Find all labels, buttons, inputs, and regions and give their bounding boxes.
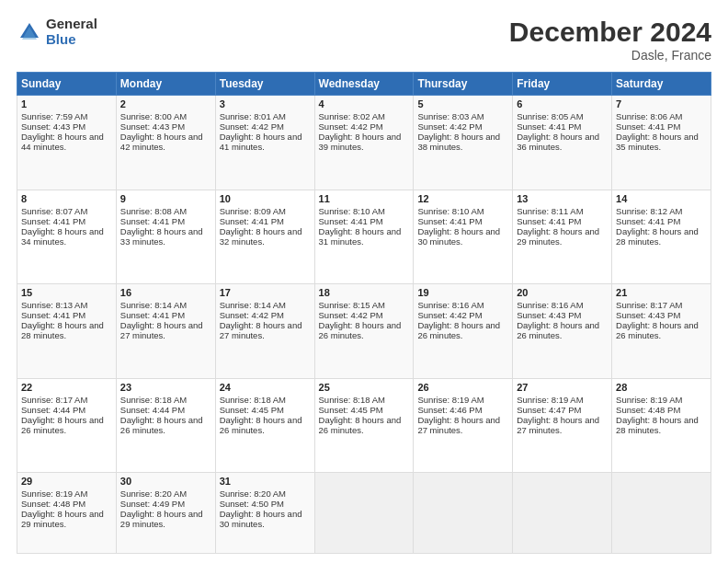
day-number: 7	[616, 98, 707, 109]
daylight-text: Daylight: 8 hours and 36 minutes.	[517, 132, 599, 152]
table-row: 24Sunrise: 8:18 AMSunset: 4:45 PMDayligh…	[215, 378, 314, 473]
table-row: 15Sunrise: 8:13 AMSunset: 4:41 PMDayligh…	[17, 284, 117, 379]
subtitle: Dasle, France	[509, 48, 711, 63]
sunrise-text: Sunrise: 8:19 AM	[417, 395, 483, 405]
table-row: 28Sunrise: 8:19 AMSunset: 4:48 PMDayligh…	[612, 378, 711, 473]
table-row: 8Sunrise: 8:07 AMSunset: 4:41 PMDaylight…	[17, 190, 117, 284]
sunset-text: Sunset: 4:41 PM	[120, 216, 185, 226]
table-row: 26Sunrise: 8:19 AMSunset: 4:46 PMDayligh…	[414, 378, 513, 473]
day-number: 9	[120, 193, 211, 204]
page: General Blue December 2024 Dasle, France…	[0, 0, 728, 563]
table-row	[414, 473, 513, 554]
col-sunday: Sunday	[17, 73, 117, 96]
sunrise-text: Sunrise: 8:08 AM	[120, 206, 187, 216]
day-number: 6	[517, 98, 608, 109]
sunset-text: Sunset: 4:42 PM	[220, 121, 284, 132]
day-number: 16	[120, 287, 211, 298]
daylight-text: Daylight: 8 hours and 27 minutes.	[220, 320, 302, 340]
daylight-text: Daylight: 8 hours and 28 minutes.	[616, 415, 699, 435]
table-row: 1Sunrise: 7:59 AMSunset: 4:43 PMDaylight…	[17, 96, 117, 190]
daylight-text: Daylight: 8 hours and 29 minutes.	[517, 226, 599, 247]
daylight-text: Daylight: 8 hours and 39 minutes.	[319, 132, 402, 152]
day-number: 25	[319, 382, 410, 393]
sunrise-text: Sunrise: 8:19 AM	[616, 395, 682, 405]
sunrise-text: Sunrise: 8:10 AM	[319, 206, 385, 216]
daylight-text: Daylight: 8 hours and 35 minutes.	[616, 132, 699, 152]
table-row: 22Sunrise: 8:17 AMSunset: 4:44 PMDayligh…	[17, 378, 117, 473]
title-area: December 2024 Dasle, France	[509, 17, 711, 63]
sunset-text: Sunset: 4:48 PM	[21, 499, 85, 509]
logo-general: General	[46, 17, 97, 32]
daylight-text: Daylight: 8 hours and 27 minutes.	[517, 415, 599, 435]
sunset-text: Sunset: 4:48 PM	[616, 405, 680, 415]
sunrise-text: Sunrise: 8:20 AM	[120, 488, 187, 499]
table-row	[314, 473, 414, 554]
sunset-text: Sunset: 4:42 PM	[319, 121, 383, 132]
sunrise-text: Sunrise: 8:06 AM	[616, 111, 682, 121]
header: General Blue December 2024 Dasle, France	[17, 17, 711, 63]
main-title: December 2024	[509, 17, 711, 48]
table-row: 21Sunrise: 8:17 AMSunset: 4:43 PMDayligh…	[612, 284, 711, 379]
sunrise-text: Sunrise: 8:20 AM	[220, 488, 286, 499]
sunrise-text: Sunrise: 8:19 AM	[517, 395, 583, 405]
sunrise-text: Sunrise: 8:17 AM	[616, 300, 682, 310]
sunrise-text: Sunrise: 8:11 AM	[517, 206, 583, 216]
day-number: 22	[21, 382, 112, 393]
daylight-text: Daylight: 8 hours and 26 minutes.	[319, 415, 402, 435]
daylight-text: Daylight: 8 hours and 27 minutes.	[417, 415, 500, 435]
sunrise-text: Sunrise: 8:00 AM	[120, 111, 187, 121]
table-row: 5Sunrise: 8:03 AMSunset: 4:42 PMDaylight…	[414, 96, 513, 190]
sunrise-text: Sunrise: 8:16 AM	[517, 300, 583, 310]
sunset-text: Sunset: 4:41 PM	[21, 310, 85, 320]
sunrise-text: Sunrise: 8:18 AM	[319, 395, 385, 405]
sunrise-text: Sunrise: 7:59 AM	[21, 111, 87, 121]
table-row: 10Sunrise: 8:09 AMSunset: 4:41 PMDayligh…	[215, 190, 314, 284]
daylight-text: Daylight: 8 hours and 26 minutes.	[319, 320, 402, 340]
calendar-header-row: Sunday Monday Tuesday Wednesday Thursday…	[17, 73, 711, 96]
day-number: 18	[319, 287, 410, 298]
sunrise-text: Sunrise: 8:17 AM	[21, 395, 87, 405]
daylight-text: Daylight: 8 hours and 34 minutes.	[21, 226, 104, 247]
table-row	[513, 473, 612, 554]
daylight-text: Daylight: 8 hours and 31 minutes.	[319, 226, 402, 247]
table-row: 30Sunrise: 8:20 AMSunset: 4:49 PMDayligh…	[116, 473, 215, 554]
sunset-text: Sunset: 4:41 PM	[417, 216, 482, 226]
daylight-text: Daylight: 8 hours and 33 minutes.	[120, 226, 203, 247]
sunrise-text: Sunrise: 8:01 AM	[220, 111, 286, 121]
sunrise-text: Sunrise: 8:19 AM	[21, 488, 87, 499]
sunset-text: Sunset: 4:45 PM	[220, 405, 284, 415]
sunset-text: Sunset: 4:43 PM	[517, 310, 581, 320]
sunrise-text: Sunrise: 8:07 AM	[21, 206, 87, 216]
sunrise-text: Sunrise: 8:18 AM	[120, 395, 187, 405]
day-number: 11	[319, 193, 410, 204]
daylight-text: Daylight: 8 hours and 26 minutes.	[517, 320, 599, 340]
daylight-text: Daylight: 8 hours and 32 minutes.	[220, 226, 302, 247]
daylight-text: Daylight: 8 hours and 26 minutes.	[616, 320, 699, 340]
sunrise-text: Sunrise: 8:16 AM	[417, 300, 483, 310]
table-row: 18Sunrise: 8:15 AMSunset: 4:42 PMDayligh…	[314, 284, 414, 379]
day-number: 27	[517, 382, 608, 393]
col-thursday: Thursday	[414, 73, 513, 96]
day-number: 23	[120, 382, 211, 393]
table-row: 6Sunrise: 8:05 AMSunset: 4:41 PMDaylight…	[513, 96, 612, 190]
sunrise-text: Sunrise: 8:02 AM	[319, 111, 385, 121]
day-number: 26	[417, 382, 508, 393]
table-row: 12Sunrise: 8:10 AMSunset: 4:41 PMDayligh…	[414, 190, 513, 284]
sunset-text: Sunset: 4:44 PM	[21, 405, 85, 415]
col-friday: Friday	[513, 73, 612, 96]
day-number: 8	[21, 193, 112, 204]
table-row: 3Sunrise: 8:01 AMSunset: 4:42 PMDaylight…	[215, 96, 314, 190]
table-row: 31Sunrise: 8:20 AMSunset: 4:50 PMDayligh…	[215, 473, 314, 554]
day-number: 1	[21, 98, 112, 109]
sunset-text: Sunset: 4:45 PM	[319, 405, 383, 415]
col-monday: Monday	[116, 73, 215, 96]
day-number: 20	[517, 287, 608, 298]
day-number: 13	[517, 193, 608, 204]
table-row: 17Sunrise: 8:14 AMSunset: 4:42 PMDayligh…	[215, 284, 314, 379]
sunrise-text: Sunrise: 8:12 AM	[616, 206, 682, 216]
sunset-text: Sunset: 4:41 PM	[517, 216, 581, 226]
daylight-text: Daylight: 8 hours and 41 minutes.	[220, 132, 302, 152]
sunset-text: Sunset: 4:49 PM	[120, 499, 185, 509]
table-row: 2Sunrise: 8:00 AMSunset: 4:43 PMDaylight…	[116, 96, 215, 190]
daylight-text: Daylight: 8 hours and 30 minutes.	[417, 226, 500, 247]
